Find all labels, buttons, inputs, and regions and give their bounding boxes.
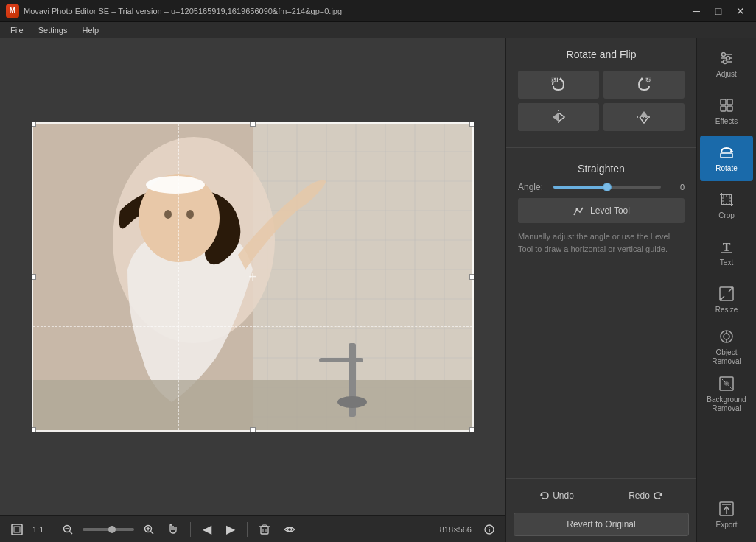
svg-text:T: T [723,241,731,253]
bottom-toolbar: 1:1 [0,515,505,542]
sidebar-item-adjust[interactable]: Adjust [700,41,753,87]
rotate-section: Rotate and Flip ↺ [506,38,696,143]
zoom-ratio: 1:1 [32,525,53,534]
divider-1 [506,147,696,148]
angle-slider-thumb [603,183,612,191]
sidebar-crop-label: Crop [718,211,735,220]
angle-row: Angle: 0 [518,182,685,192]
svg-rect-28 [12,524,22,535]
rotate-ccw-button[interactable]: ↺ [518,71,599,99]
angle-slider-fill [553,186,607,189]
background-removal-icon [718,375,735,393]
next-button[interactable]: ▶ [222,521,239,538]
eye-icon [284,524,295,535]
sidebar-item-effects[interactable]: Effects [700,88,753,134]
rotate-cw-button[interactable]: ↻ [603,71,685,99]
zoom-out-icon [63,524,73,535]
sidebar-object-removal-label: ObjectRemoval [712,348,741,366]
menu-file[interactable]: File [4,24,29,36]
maximize-button[interactable]: □ [709,4,728,18]
crop-line-h2 [33,326,472,327]
sidebar-item-crop[interactable]: Crop [700,183,753,228]
svg-marker-48 [559,77,563,80]
sidebar-item-background-removal[interactable]: BackgroundRemoval [700,371,753,417]
photo-placeholder [32,122,474,432]
photo-container [32,122,474,432]
angle-slider[interactable] [553,186,661,189]
close-button[interactable]: ✕ [731,4,750,18]
flip-v-button[interactable] [603,103,685,131]
undo-button[interactable]: Undo [514,485,600,507]
svg-line-32 [70,531,73,534]
fit-screen-icon [11,524,23,535]
sidebar-resize-label: Resize [715,306,738,314]
redo-button[interactable]: Redo [603,485,689,507]
crop-handle-br[interactable] [469,427,474,432]
undo-label: Undo [553,490,574,501]
sidebar-item-rotate[interactable]: Rotate [700,136,753,181]
minimize-button[interactable]: ─ [687,4,706,18]
level-tool-icon [573,205,584,217]
delete-icon [259,524,270,535]
undo-redo-row: Undo Redo [514,485,689,507]
flip-v-icon [635,108,653,126]
svg-rect-66 [727,106,732,111]
crop-handle-mr[interactable] [469,274,474,280]
crop-handle-tm[interactable] [250,122,256,127]
canvas-area: 1:1 [0,38,505,542]
zoom-in-button[interactable] [140,522,158,537]
toolbar-separator [190,522,191,537]
sidebar-item-text[interactable]: T Text [700,230,753,275]
zoom-slider[interactable] [83,528,134,531]
svg-line-82 [720,377,733,390]
sidebar-item-object-removal[interactable]: ObjectRemoval [700,324,753,370]
svg-rect-37 [261,527,268,534]
sidebar-rotate-label: Rotate [715,164,737,173]
crop-handle-ml[interactable] [32,274,36,280]
menu-settings[interactable]: Settings [32,24,74,36]
crop-handle-tr[interactable] [469,122,474,127]
crop-handle-tl[interactable] [32,122,36,127]
resize-icon [718,285,735,303]
app-icon: M [6,4,19,18]
sidebar-item-export[interactable]: Export [700,492,753,538]
svg-rect-65 [721,106,726,111]
delete-button[interactable] [255,521,274,538]
right-panel: Rotate and Flip ↺ [505,38,756,542]
level-tool-button[interactable]: Level Tool [518,198,685,223]
zoom-out-button[interactable] [59,522,77,537]
fit-to-screen-button[interactable] [7,521,27,538]
crop-icon [718,191,735,208]
sidebar-background-removal-label: BackgroundRemoval [707,395,746,413]
object-removal-icon [718,328,735,345]
svg-marker-49 [640,77,644,80]
straighten-title: Straighten [518,163,685,175]
preview-button[interactable] [280,521,299,538]
svg-rect-63 [721,99,726,105]
info-button[interactable] [480,522,498,537]
crop-line-h1 [33,225,472,225]
sidebar-effects-label: Effects [715,117,738,126]
crop-handle-bm[interactable] [250,427,256,432]
svg-point-78 [724,334,729,339]
titlebar-controls[interactable]: ─ □ ✕ [687,4,750,18]
rotate-cw-icon: ↻ [635,76,653,94]
main-layout: 1:1 [0,38,756,542]
menu-help[interactable]: Help [76,24,105,36]
straighten-hint: Manually adjust the angle or use the Lev… [518,230,685,255]
flip-h-icon [550,108,567,126]
crop-line-v1 [178,124,179,430]
crop-handle-bl[interactable] [32,427,36,432]
prev-button[interactable]: ◀ [198,521,216,538]
rotate-ccw-icon: ↺ [550,76,567,94]
effects-icon [718,96,735,114]
flip-h-button[interactable] [518,103,599,131]
svg-rect-69 [723,196,730,203]
revert-button[interactable]: Revert to Original [514,513,689,536]
hand-tool-button[interactable] [164,521,183,538]
sidebar-item-resize[interactable]: Resize [700,277,753,323]
menubar: File Settings Help [0,22,756,38]
zoom-slider-thumb [108,526,116,533]
info-icon [484,524,494,535]
zoom-slider-container [83,528,134,531]
